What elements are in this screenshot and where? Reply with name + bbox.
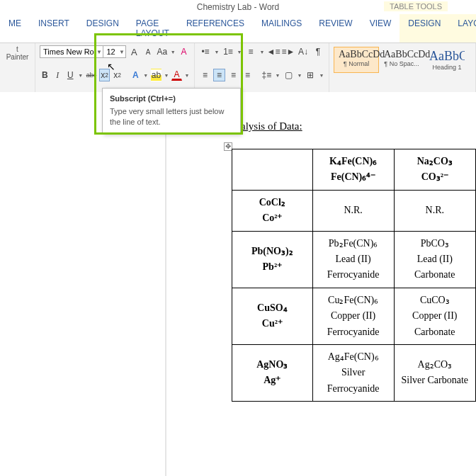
- table-row: CuSO₄ Cu²⁺ Cu₂Fe(CN)₆ Copper (II) Ferroc…: [232, 288, 476, 344]
- table-row: AgNO₃ Ag⁺ Ag₄Fe(CN)₆ Silver Ferrocyanide…: [232, 344, 476, 401]
- chevron-down-icon[interactable]: ▼: [275, 69, 280, 81]
- table-cell[interactable]: CuSO₄ Cu²⁺: [232, 288, 313, 344]
- tab-table-layout[interactable]: LAYOUT: [449, 14, 476, 42]
- table-cell[interactable]: CoCl₂ Co²⁺: [232, 190, 313, 231]
- chevron-down-icon[interactable]: ▼: [164, 69, 169, 81]
- document-area[interactable]: alysis of Data: ✥ K₄Fe(CN)₆ Fe(CN)₆⁴⁻ Na…: [0, 92, 476, 476]
- numbering-button[interactable]: 1≡: [222, 45, 234, 58]
- tab-references[interactable]: REFERENCES: [178, 14, 253, 42]
- font-name-select[interactable]: Times New Ro ▼ 12 ▼: [40, 45, 126, 58]
- font-color-button[interactable]: A: [171, 70, 182, 81]
- tooltip-body: Type very small letters just below the l…: [110, 106, 233, 128]
- table-cell[interactable]: N.R.: [312, 190, 394, 231]
- data-table[interactable]: K₄Fe(CN)₆ Fe(CN)₆⁴⁻ Na₂CO₃ CO₃²⁻ CoCl₂ C…: [232, 149, 476, 402]
- bold-button[interactable]: B: [40, 69, 50, 81]
- chevron-down-icon[interactable]: ▼: [259, 45, 265, 58]
- line-spacing-button[interactable]: ‡≡: [261, 69, 273, 81]
- table-cell[interactable]: CuCO₃ Copper (II) Carbonate: [394, 288, 475, 344]
- table-cell[interactable]: Cu₂Fe(CN)₆ Copper (II) Ferrocyanide: [312, 288, 394, 344]
- tab-insert[interactable]: INSERT: [30, 14, 78, 42]
- chevron-down-icon[interactable]: ▼: [237, 45, 242, 58]
- change-case-button[interactable]: Aa: [157, 45, 169, 58]
- bullets-button[interactable]: •≡: [199, 45, 212, 58]
- shrink-font-button[interactable]: A: [142, 45, 154, 58]
- font-name-value: Times New Ro: [40, 46, 96, 57]
- tab-review[interactable]: REVIEW: [310, 14, 361, 42]
- chevron-down-icon[interactable]: ▼: [78, 69, 84, 81]
- style-normal[interactable]: AaBbCcDd ¶ Normal: [334, 47, 379, 73]
- table-cell[interactable]: Pb₂Fe(CN)₆ Lead (II) Ferrocyanide: [312, 231, 394, 288]
- style-heading1[interactable]: AaBbCcDd Heading 1: [424, 47, 470, 73]
- align-left-button[interactable]: ≡: [199, 69, 211, 81]
- show-marks-button[interactable]: ¶: [312, 45, 324, 58]
- tab-view[interactable]: VIEW: [361, 14, 400, 42]
- table-row: Pb(NO₃)₂ Pb²⁺ Pb₂Fe(CN)₆ Lead (II) Ferro…: [232, 231, 476, 288]
- table-cell[interactable]: Pb(NO₃)₂ Pb²⁺: [232, 231, 313, 288]
- table-cell[interactable]: PbCO₃ Lead (II) Carbonate: [394, 231, 475, 288]
- tab-design[interactable]: DESIGN: [78, 14, 128, 42]
- grow-font-button[interactable]: A: [128, 45, 140, 58]
- shading-button[interactable]: ▢: [283, 69, 295, 81]
- chevron-down-icon[interactable]: ▼: [143, 69, 149, 81]
- chevron-down-icon[interactable]: ▼: [118, 49, 125, 55]
- align-center-button[interactable]: ≡: [213, 69, 225, 81]
- table-cell[interactable]: K₄Fe(CN)₆ Fe(CN)₆⁴⁻: [312, 149, 394, 191]
- table-cell[interactable]: Ag₄Fe(CN)₆ Silver Ferrocyanide: [312, 344, 394, 401]
- table-tools-label: TABLE TOOLS: [384, 1, 448, 11]
- format-painter-button[interactable]: t Painter: [4, 45, 30, 61]
- table-cell[interactable]: Na₂CO₃ CO₃²⁻: [394, 149, 475, 191]
- decrease-indent-button[interactable]: ◄≡: [267, 45, 280, 58]
- doc-title: Chemistry Lab - Word: [197, 2, 279, 12]
- cursor-icon: ↖: [107, 61, 115, 72]
- italic-button[interactable]: I: [52, 69, 63, 81]
- tab-home[interactable]: ME: [0, 14, 30, 42]
- sort-button[interactable]: A↓: [297, 45, 310, 58]
- clear-format-button[interactable]: A: [178, 45, 190, 58]
- chevron-down-icon[interactable]: ▼: [96, 49, 103, 55]
- multilevel-button[interactable]: ≡: [244, 45, 257, 58]
- table-cell[interactable]: [232, 149, 313, 191]
- title-bar: Chemistry Lab - Word TABLE TOOLS: [0, 0, 476, 14]
- tooltip: Subscript (Ctrl+=) Type very small lette…: [102, 88, 241, 134]
- font-size-value[interactable]: 12: [103, 46, 118, 57]
- table-row: K₄Fe(CN)₆ Fe(CN)₆⁴⁻ Na₂CO₃ CO₃²⁻: [232, 149, 476, 191]
- style-no-spacing[interactable]: AaBbCcDd ¶ No Spac...: [379, 47, 424, 73]
- align-right-button[interactable]: ≡: [227, 69, 239, 81]
- chevron-down-icon[interactable]: ▼: [319, 69, 324, 81]
- ribbon-tabs: ME INSERT DESIGN PAGE LAYOUT REFERENCES …: [0, 14, 476, 43]
- borders-button[interactable]: ⊞: [305, 69, 317, 81]
- chevron-down-icon[interactable]: ▼: [214, 45, 220, 58]
- chevron-down-icon[interactable]: ▼: [184, 69, 190, 81]
- underline-button[interactable]: U: [65, 69, 76, 81]
- heading-text[interactable]: alysis of Data:: [241, 120, 302, 132]
- text-effects-button[interactable]: A: [130, 69, 141, 81]
- table-cell[interactable]: AgNO₃ Ag⁺: [232, 344, 313, 401]
- table-row: CoCl₂ Co²⁺ N.R. N.R.: [232, 190, 476, 231]
- strike-button[interactable]: abc: [86, 69, 98, 81]
- increase-indent-button[interactable]: ≡►: [282, 45, 295, 58]
- tab-table-design[interactable]: DESIGN: [400, 14, 449, 42]
- tooltip-title: Subscript (Ctrl+=): [110, 94, 233, 103]
- tab-mailings[interactable]: MAILINGS: [253, 14, 310, 42]
- highlight-button[interactable]: ab: [151, 69, 162, 81]
- page-edge: [165, 92, 166, 476]
- tab-page-layout[interactable]: PAGE LAYOUT: [128, 14, 178, 42]
- table-cell[interactable]: Ag₂CO₃ Silver Carbonate: [394, 344, 475, 401]
- justify-button[interactable]: ≡: [242, 69, 254, 81]
- chevron-down-icon[interactable]: ▼: [297, 69, 302, 81]
- table-cell[interactable]: N.R.: [394, 190, 475, 231]
- chevron-down-icon[interactable]: ▼: [170, 45, 176, 58]
